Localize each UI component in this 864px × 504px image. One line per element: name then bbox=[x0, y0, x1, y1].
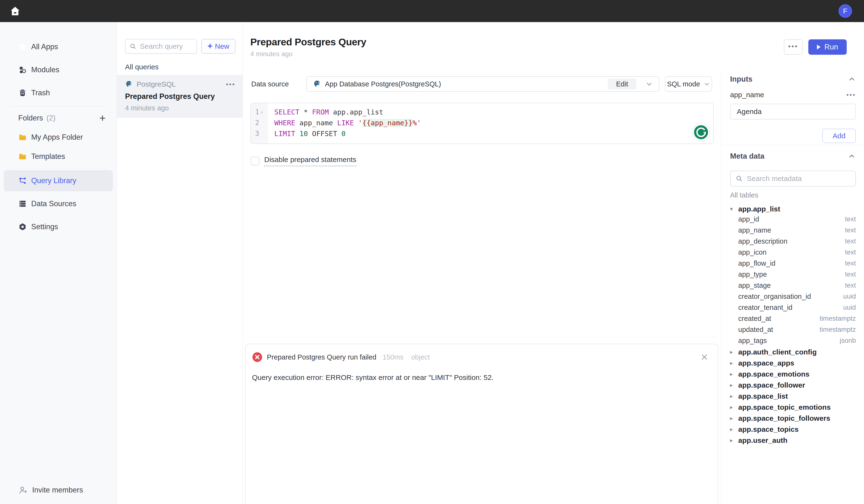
home-button[interactable] bbox=[10, 5, 21, 16]
column-row[interactable]: app_stage text bbox=[730, 280, 856, 291]
table-name: app.auth_client_config bbox=[738, 348, 817, 356]
caret-right-icon[interactable]: ▸ bbox=[730, 360, 735, 366]
column-name: app_stage bbox=[738, 281, 771, 289]
column-row[interactable]: app_id text bbox=[730, 214, 856, 225]
column-row[interactable]: app_description text bbox=[730, 236, 856, 247]
sidebar-item-my-apps-folder[interactable]: My Apps Folder bbox=[0, 128, 117, 147]
disable-prepared-checkbox[interactable] bbox=[251, 157, 260, 165]
folders-section-header: Folders (2) + bbox=[0, 108, 117, 128]
sidebar-divider bbox=[9, 168, 108, 168]
table-row[interactable]: ▸ app.space_emotions bbox=[730, 369, 856, 380]
fold-caret-icon[interactable]: ▾ bbox=[261, 109, 263, 115]
sidebar-item-query-library[interactable]: Query Library bbox=[4, 170, 113, 191]
sidebar-item-label: Data Sources bbox=[31, 200, 76, 208]
caret-right-icon[interactable]: ▸ bbox=[730, 437, 735, 444]
grammarly-icon[interactable] bbox=[692, 123, 710, 142]
query-search-box[interactable] bbox=[125, 39, 197, 54]
caret-right-icon[interactable]: ▸ bbox=[730, 393, 735, 399]
caret-right-icon[interactable]: ▸ bbox=[730, 382, 735, 388]
column-row[interactable]: app_tags jsonb bbox=[730, 335, 856, 346]
caret-right-icon[interactable]: ▸ bbox=[730, 349, 735, 355]
query-list-item[interactable]: PostgreSQL ••• Prepared Postgres Query 4… bbox=[117, 75, 243, 118]
run-button[interactable]: Run bbox=[808, 39, 847, 55]
column-row[interactable]: created_at timestamptz bbox=[730, 313, 856, 324]
param-menu-button[interactable]: ••• bbox=[847, 91, 856, 99]
column-type: text bbox=[845, 248, 856, 256]
table-row[interactable]: ▸ app.space_list bbox=[730, 391, 856, 402]
chevron-up-icon[interactable] bbox=[848, 152, 856, 160]
add-folder-button[interactable]: + bbox=[99, 113, 106, 123]
query-list-panel: + New All queries PostgreSQL ••• Prepare… bbox=[117, 22, 243, 504]
server-icon bbox=[18, 200, 27, 208]
column-type: uuid bbox=[843, 292, 856, 300]
param-name-label: app_name bbox=[730, 91, 764, 99]
sidebar-item-templates[interactable]: Templates bbox=[0, 147, 117, 166]
datasource-select[interactable]: App Database Postgres(PostgreSQL) Edit bbox=[306, 76, 659, 92]
panel-divider bbox=[721, 145, 864, 145]
sidebar-item-all-apps[interactable]: All Apps bbox=[0, 35, 117, 58]
query-more-button[interactable]: ••• bbox=[784, 39, 803, 55]
table-expanded-app-app-list[interactable]: ▾ app.app_list bbox=[730, 205, 856, 213]
metadata-search-box[interactable] bbox=[730, 171, 856, 187]
caret-down-icon[interactable]: ▾ bbox=[730, 206, 735, 212]
query-library-icon bbox=[18, 176, 27, 185]
column-row[interactable]: app_name text bbox=[730, 225, 856, 236]
user-avatar[interactable]: F bbox=[839, 4, 852, 18]
query-search-input[interactable] bbox=[140, 42, 193, 51]
page-title: Prepared Postgres Query bbox=[250, 36, 366, 48]
all-tables-label: All tables bbox=[730, 191, 856, 199]
sql-mode-select[interactable]: SQL mode bbox=[665, 76, 712, 92]
new-query-button[interactable]: + New bbox=[201, 39, 236, 54]
table-row[interactable]: ▸ app.space_follower bbox=[730, 380, 856, 391]
close-icon[interactable] bbox=[699, 352, 709, 362]
column-name: app_name bbox=[738, 226, 771, 234]
query-item-menu-button[interactable]: ••• bbox=[226, 81, 236, 88]
new-query-label: New bbox=[215, 42, 229, 50]
column-row[interactable]: creator_organisation_id uuid bbox=[730, 291, 856, 302]
table-row[interactable]: ▸ app.space_topic_followers bbox=[730, 413, 856, 424]
caret-right-icon[interactable]: ▸ bbox=[730, 415, 735, 421]
invite-members-button[interactable]: Invite members bbox=[18, 485, 83, 495]
datasource-edit-button[interactable]: Edit bbox=[608, 79, 636, 89]
caret-right-icon[interactable]: ▸ bbox=[730, 404, 735, 410]
column-type: text bbox=[845, 215, 856, 223]
sidebar-item-trash[interactable]: Trash bbox=[0, 81, 117, 104]
column-type: text bbox=[845, 281, 856, 289]
sidebar-item-label: Query Library bbox=[31, 176, 76, 185]
column-row[interactable]: app_type text bbox=[730, 269, 856, 280]
param-value-input[interactable] bbox=[730, 104, 856, 120]
add-parameter-button[interactable]: Add bbox=[822, 129, 856, 143]
metadata-search-input[interactable] bbox=[746, 174, 851, 183]
table-row[interactable]: ▸ app.user_auth bbox=[730, 435, 856, 446]
query-item-time: 4 minutes ago bbox=[125, 104, 236, 112]
modules-icon bbox=[18, 65, 27, 74]
sidebar-item-label: Templates bbox=[31, 152, 65, 161]
sidebar-item-settings[interactable]: Settings bbox=[0, 215, 117, 238]
code-lines[interactable]: SELECT * FROM app.app_list WHERE app_nam… bbox=[268, 103, 713, 144]
table-row[interactable]: ▸ app.space_topics bbox=[730, 424, 856, 435]
sidebar-item-data-sources[interactable]: Data Sources bbox=[0, 192, 117, 215]
postgresql-icon bbox=[313, 80, 321, 88]
column-row[interactable]: app_icon text bbox=[730, 247, 856, 258]
column-name: app_flow_id bbox=[738, 260, 776, 267]
column-row[interactable]: creator_tenant_id uuid bbox=[730, 302, 856, 313]
sql-mode-value: SQL mode bbox=[667, 80, 700, 88]
table-name: app.space_topics bbox=[738, 425, 799, 433]
caret-right-icon[interactable]: ▸ bbox=[730, 371, 735, 377]
column-name: app_tags bbox=[738, 337, 767, 345]
run-label: Run bbox=[824, 43, 838, 51]
column-row[interactable]: updated_at timestamptz bbox=[730, 324, 856, 335]
folders-count: (2) bbox=[46, 114, 56, 122]
table-row[interactable]: ▸ app.space_topic_emotions bbox=[730, 402, 856, 413]
error-message: Query execution error: ERROR: syntax err… bbox=[252, 373, 709, 382]
column-name: app_icon bbox=[738, 248, 767, 256]
caret-right-icon[interactable]: ▸ bbox=[730, 426, 735, 432]
table-row[interactable]: ▸ app.space_apps bbox=[730, 358, 856, 369]
sql-code-editor[interactable]: 1▾ 2 3 SELECT * FROM app.app_list WHERE … bbox=[250, 103, 714, 144]
column-row[interactable]: app_flow_id text bbox=[730, 258, 856, 269]
table-row[interactable]: ▸ app.auth_client_config bbox=[730, 347, 856, 358]
chevron-up-icon[interactable] bbox=[848, 75, 856, 83]
sidebar-item-modules[interactable]: Modules bbox=[0, 58, 117, 81]
run-duration: 150ms bbox=[383, 353, 404, 361]
table-name: app.space_follower bbox=[738, 381, 805, 389]
